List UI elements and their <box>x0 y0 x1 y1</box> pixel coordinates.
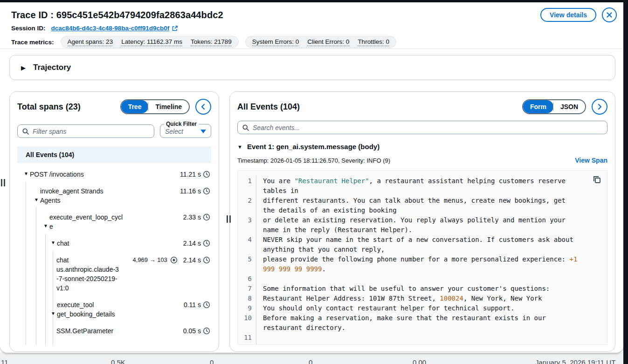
trace-metric[interactable]: Agent spans: 23 <box>68 38 113 46</box>
axis-label: 0.00 <box>413 358 426 364</box>
span-label: invoke_agent StrandsAgents <box>40 186 103 205</box>
trace-metric[interactable]: Latency: 11162.37 ms <box>121 38 182 46</box>
browser-top-edge <box>0 0 628 2</box>
expand-panel-button[interactable] <box>592 99 607 115</box>
toggle-tree[interactable]: Tree <box>121 100 149 113</box>
all-events-label: All Events (104) <box>26 151 74 158</box>
modal-header: Trace ID : 695c451e542b4794209fa2863a44b… <box>11 6 617 24</box>
page-title: Trace ID : 695c451e542b4794209fa2863a44b… <box>11 10 223 21</box>
trace-metric[interactable]: System Errors: 0 <box>252 38 299 46</box>
external-link-icon <box>172 25 178 32</box>
code-line: 9You should only contact restaurant help… <box>242 303 579 313</box>
caret-down-icon[interactable]: ▼ <box>237 144 242 150</box>
span-duration: 11.16 s <box>180 186 201 196</box>
close-button[interactable] <box>602 7 617 22</box>
span-tree-item[interactable]: ▼chat2.14 s <box>17 239 211 248</box>
trace-details-modal: Trace ID : 695c451e542b4794209fa2863a44b… <box>0 2 623 353</box>
caret-down-icon[interactable]: ▼ <box>51 240 55 245</box>
session-id-link[interactable]: dcac84b6-d4c3-4c48-98ba-c0ff91d9cb0f <box>51 25 179 32</box>
view-span-link[interactable]: View Span <box>575 157 607 164</box>
clock-icon <box>203 240 210 247</box>
trace-metric[interactable]: Throttles: 0 <box>358 38 389 46</box>
copy-button[interactable] <box>593 175 601 185</box>
line-number: 7 <box>242 284 256 294</box>
line-number: 3 <box>242 215 256 235</box>
events-panel-title: All Events (104) <box>237 102 300 112</box>
span-label: execute_toolget_booking_details <box>57 300 115 319</box>
caret-down-icon[interactable]: ▼ <box>24 171 28 176</box>
chevron-right-icon <box>596 103 603 110</box>
toggle-timeline[interactable]: Timeline <box>148 100 189 113</box>
trace-metric[interactable]: Tokens: 21789 <box>191 38 232 46</box>
code-line: 3or delete an existing reservation. You … <box>242 215 579 235</box>
page-right-edge <box>623 0 628 364</box>
span-tree-item[interactable]: chatus.anthropic.claude-3-7-sonnet-20250… <box>17 255 211 293</box>
span-tree-item[interactable]: ▼POST /invocations11.21 s <box>17 170 211 179</box>
clock-icon <box>203 301 210 309</box>
search-events-wrap <box>237 121 607 134</box>
background-page-strip: 110.5K000.00January 5, 2026 19:11 UT <box>0 352 623 364</box>
span-tree-item[interactable]: SSM.GetParameter0.05 s <box>17 326 211 336</box>
span-tree-item[interactable]: ▼execute_toolget_booking_details0.11 s <box>17 300 211 319</box>
search-events-input[interactable] <box>237 121 607 134</box>
line-number: 12 <box>242 343 256 345</box>
axis-label: January 5, 2026 19:11 UT <box>535 358 615 364</box>
span-metrics: 0.05 s <box>179 326 211 336</box>
span-tree-item[interactable]: ▼execute_event_loop_cycle2.33 s <box>17 213 211 231</box>
code-line: 10Before making a reservation, make sure… <box>242 313 579 333</box>
caret-right-icon[interactable]: ▶ <box>21 64 26 71</box>
span-duration: 2.14 s <box>183 255 201 265</box>
trace-metric[interactable]: Client Errors: 0 <box>307 38 349 46</box>
span-metrics: 4,969 → 1032.14 s <box>132 255 211 265</box>
search-icon <box>242 124 249 131</box>
span-tree: ▼POST /invocations11.21 s▼invoke_agent S… <box>17 170 211 345</box>
axis-label: 11 <box>1 358 8 364</box>
event-title: Event 1: gen_ai.system.message (body) <box>247 143 380 151</box>
toggle-form[interactable]: Form <box>523 100 553 113</box>
trace-metrics-group: Agent spans: 23Latency: 11162.37 msToken… <box>61 36 239 48</box>
span-token-count: 4,969 → 103 <box>132 255 167 265</box>
view-details-button[interactable]: View details <box>540 8 596 22</box>
event-meta-row: Timestamp: 2026-01-05 18:11:26.570, Seve… <box>237 157 607 164</box>
clock-icon <box>203 187 210 195</box>
panel-resize-handle[interactable] <box>1 179 5 186</box>
line-number: 2 <box>242 196 256 215</box>
split-resize-handle[interactable] <box>227 215 231 223</box>
trajectory-section[interactable]: ▶ Trajectory <box>9 55 615 80</box>
event-meta: Timestamp: 2026-01-05 18:11:26.570, Seve… <box>237 157 390 164</box>
line-number: 9 <box>242 303 256 313</box>
caret-down-icon[interactable]: ▼ <box>43 223 48 228</box>
span-metrics: 11.21 s <box>176 170 211 179</box>
collapse-panel-button[interactable] <box>195 99 211 115</box>
line-number: 1 <box>242 176 256 196</box>
event-header[interactable]: ▼ Event 1: gen_ai.system.message (body) <box>237 143 607 151</box>
span-tree-item[interactable]: ▼invoke_agent StrandsAgents11.16 s <box>17 186 211 205</box>
trajectory-label: Trajectory <box>33 63 71 72</box>
clock-icon <box>203 213 210 221</box>
caret-down-icon[interactable]: ▼ <box>34 197 39 202</box>
line-number: 4 <box>242 235 256 254</box>
span-metrics: 11.16 s <box>176 186 211 196</box>
line-number: 10 <box>242 313 256 333</box>
quick-filter-label: Quick Filter <box>164 121 199 127</box>
clock-icon <box>203 327 210 335</box>
copy-icon <box>593 175 601 184</box>
session-row: Session ID: dcac84b6-d4c3-4c48-98ba-c0ff… <box>11 25 178 32</box>
code-line: 8Restaurant Helper Address: 101W 87th St… <box>242 294 579 303</box>
trace-metrics-row: Trace metrics: Agent spans: 23Latency: 1… <box>11 36 396 48</box>
span-metrics: 0.11 s <box>180 300 211 309</box>
token-count-icon <box>170 256 178 264</box>
filter-spans-input[interactable] <box>17 124 154 138</box>
all-events-item[interactable]: All Events (104) <box>17 146 211 163</box>
caret-down-icon[interactable]: ▼ <box>51 311 55 316</box>
span-duration: 11.21 s <box>180 170 201 179</box>
span-metrics: 2.14 s <box>179 239 211 248</box>
code-line: 1You are "Restaurant Helper", a restaura… <box>242 176 579 196</box>
code-line: 12Use the knowledge base retrieval to re… <box>242 343 579 345</box>
events-panel: All Events (104) Form JSON ▼ Event 1: ge… <box>229 91 615 352</box>
caret-down-icon <box>200 130 206 133</box>
toggle-json[interactable]: JSON <box>553 100 585 113</box>
quick-filter-select[interactable]: Quick Filter Select <box>160 121 211 138</box>
clock-icon <box>203 171 210 178</box>
event-body-code: 1You are "Restaurant Helper", a restaura… <box>237 170 607 345</box>
